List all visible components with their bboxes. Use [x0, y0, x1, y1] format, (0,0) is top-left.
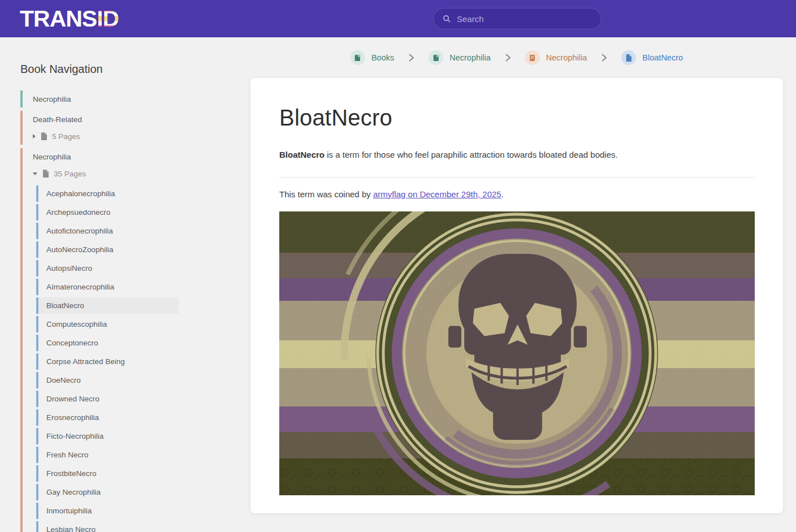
breadcrumb-label: Books: [371, 53, 394, 62]
book-icon: [351, 50, 365, 65]
flag-image: [279, 211, 755, 495]
sidebar-page-item[interactable]: AutoNecroZoophilia: [36, 241, 179, 258]
search-input[interactable]: [457, 14, 592, 24]
main-content: Books Necrophilia Necrophilia BloatNecro…: [250, 37, 783, 513]
caret-down-icon: [33, 172, 37, 175]
page-title: BloatNecro: [279, 105, 755, 131]
sidebar-page-item[interactable]: Conceptonecro: [36, 335, 179, 351]
sidebar-page-item-active[interactable]: BloatNecro: [36, 297, 179, 314]
breadcrumb-books[interactable]: Books: [351, 50, 394, 65]
sidebar-page-item[interactable]: Aímateronecrophilia: [36, 279, 179, 295]
sidebar-chapter-necrophilia: Necrophilia 35 Pages Acephalonecrophilia…: [20, 148, 230, 532]
chapter-label: Death-Related: [33, 115, 82, 124]
search-box[interactable]: [433, 8, 602, 29]
book-tree: Necrophilia Death-Related 5 Pages Necrop…: [20, 90, 230, 532]
coined-paragraph: This term was coined by armyflag on Dece…: [279, 189, 755, 199]
sidebar-book-label: Necrophilia: [33, 95, 71, 103]
file-icon: [41, 132, 47, 140]
sidebar-page-item[interactable]: Archepsuedonecro: [36, 204, 179, 220]
breadcrumb-page-bloatnecro[interactable]: BloatNecro: [621, 50, 683, 65]
chapter-pages-count: 5 Pages: [52, 132, 80, 141]
breadcrumb-chapter-necrophilia[interactable]: Necrophilia: [525, 50, 587, 65]
logo-transid[interactable]: TRANSID: [20, 7, 119, 31]
file-icon: [42, 170, 49, 178]
sidebar-page-item[interactable]: Drowned Necro: [36, 391, 179, 407]
sidebar-page-item[interactable]: Lesbian Necro: [36, 521, 179, 532]
page-card: BloatNecro BloatNecro is a term for thos…: [250, 78, 783, 513]
sidebar-page-item[interactable]: Corpse Attracted Being: [36, 353, 179, 370]
sidebar-page-item[interactable]: DoeNecro: [36, 372, 179, 388]
breadcrumb-label: Necrophilia: [449, 53, 491, 62]
sidebar-chapter-death-related: Death-Related 5 Pages: [20, 111, 230, 145]
sidebar-page-item[interactable]: Acephalonecrophilia: [36, 185, 179, 202]
breadcrumb-label: BloatNecro: [642, 53, 683, 62]
sidebar-chapter-link[interactable]: Death-Related: [23, 111, 230, 128]
breadcrumb-book-necrophilia[interactable]: Necrophilia: [429, 50, 491, 65]
page-icon: [621, 50, 636, 65]
intro-paragraph: BloatNecro is a term for those who feel …: [279, 149, 755, 162]
logo-id-text: ID: [97, 6, 119, 32]
sidebar-page-item[interactable]: Computescophilia: [36, 316, 179, 332]
divider: [279, 177, 755, 178]
sidebar-book-necrophilia[interactable]: Necrophilia: [20, 90, 230, 107]
sidebar-page-item[interactable]: Inmortuiphilia: [36, 503, 179, 519]
breadcrumb: Books Necrophilia Necrophilia BloatNecro: [250, 37, 783, 78]
sidebar-page-item[interactable]: Autofictonecrophilia: [36, 223, 179, 239]
chevron-right-icon: [602, 54, 607, 62]
book-icon: [429, 50, 443, 65]
chapter-icon: [525, 50, 540, 65]
chevron-right-icon: [505, 54, 511, 62]
term-bold: BloatNecro: [279, 150, 325, 159]
book-navigation-sidebar: Book Navigation Necrophilia Death-Relate…: [20, 37, 230, 532]
sidebar-page-item[interactable]: Gay Necrophilia: [36, 484, 179, 500]
chapter-pages-count: 35 Pages: [54, 170, 86, 178]
sidebar-page-item[interactable]: Ficto-Necrophilia: [36, 428, 179, 444]
logo-trans-text: TRANS: [20, 6, 97, 32]
app-header: TRANSID: [0, 0, 796, 37]
search-icon: [443, 15, 451, 23]
caret-right-icon: [33, 134, 36, 139]
chapter-label: Necrophilia: [33, 153, 71, 161]
chapter-pages-toggle[interactable]: 35 Pages: [23, 165, 230, 182]
sidebar-chapter-link[interactable]: Necrophilia: [23, 148, 230, 165]
sidebar-page-item[interactable]: FrostbiteNecro: [36, 465, 179, 482]
chevron-right-icon: [409, 54, 414, 62]
sidebar-page-item[interactable]: Erosnecrophilia: [36, 409, 179, 426]
breadcrumb-label: Necrophilia: [546, 53, 587, 62]
sidebar-title: Book Navigation: [20, 63, 230, 76]
sidebar-page-item[interactable]: AutopsiNecro: [36, 260, 179, 276]
coiner-link[interactable]: armyflag on December 29th, 2025: [373, 189, 501, 199]
chapter-pages-toggle[interactable]: 5 Pages: [23, 128, 230, 145]
sidebar-page-item[interactable]: Fresh Necro: [36, 447, 179, 463]
chapter-pages-list: Acephalonecrophilia Archepsuedonecro Aut…: [36, 182, 230, 532]
